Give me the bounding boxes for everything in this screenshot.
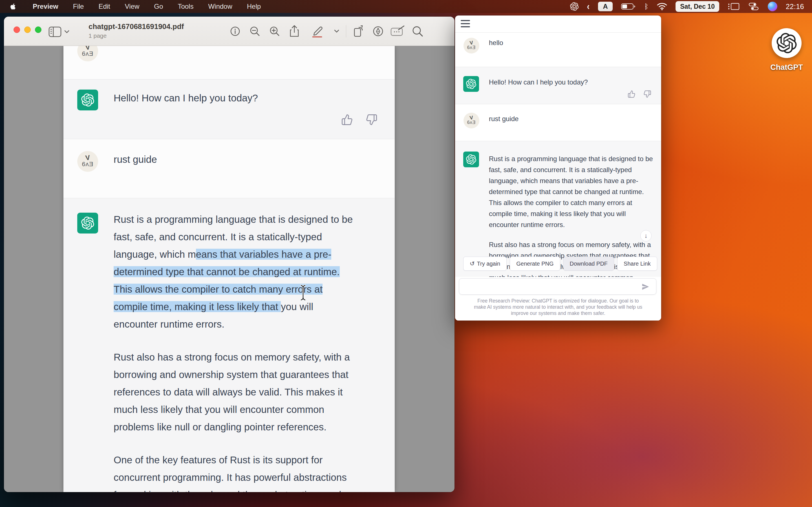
chatgpt-status-icon[interactable] xyxy=(570,2,578,11)
share-actions-row: ↺Try againGenerate PNGDownload PDFShare … xyxy=(463,257,657,271)
mini-text-line: language, which means that variables hav… xyxy=(489,175,658,186)
zoom-in-button[interactable] xyxy=(265,25,285,37)
pdf-text-line: This allows the compiler to catch many e… xyxy=(114,281,394,298)
rotate-button[interactable] xyxy=(349,25,368,38)
back-chevron-icon[interactable]: ‹ xyxy=(587,1,590,12)
pen-nib-button[interactable] xyxy=(368,25,388,37)
bluetooth-icon[interactable]: ᛒ xyxy=(644,3,649,11)
menu-item-tools[interactable]: Tools xyxy=(170,3,201,10)
button-label: Download PDF xyxy=(570,261,608,267)
hamburger-menu-icon[interactable] xyxy=(461,20,470,27)
pdf-text-line: references to data will always be valid.… xyxy=(114,383,394,401)
user-avatar: V6ʌƎ xyxy=(77,46,98,61)
selected-text: compile time, making it less likely that xyxy=(114,301,281,312)
mini-text-line: encounter runtime errors. xyxy=(489,219,658,230)
preview-toolbar: chatgpt-1670681691904.pdf 1 page xyxy=(4,17,455,46)
assistant-response-text: Rust is a programming language that is d… xyxy=(114,211,394,492)
pdf-paragraph: One of the key features of Rust is its s… xyxy=(114,451,394,492)
mini-user-hello-text: hello xyxy=(489,39,503,47)
mini-row-user-hello: V6ʌƎ hello xyxy=(455,33,661,67)
zoom-window-button[interactable] xyxy=(35,26,42,33)
pdf-row-assistant-greeting: Hello! How can I help you today? xyxy=(63,79,395,139)
text-cursor xyxy=(299,284,307,301)
menu-item-window[interactable]: Window xyxy=(201,3,239,10)
chatgpt-avatar xyxy=(77,90,98,110)
thumbs-down-icon[interactable] xyxy=(644,90,651,98)
fill-sign-button[interactable] xyxy=(388,25,408,37)
disclaimer-line: Free Research Preview: ChatGPT is optimi… xyxy=(462,298,654,304)
button-label: Share Link xyxy=(624,261,651,267)
info-button[interactable] xyxy=(225,25,245,37)
menu-item-file[interactable]: File xyxy=(66,3,91,10)
pdf-row-assistant-response: Rust is a programming language that is d… xyxy=(63,198,395,492)
search-icon[interactable] xyxy=(408,25,427,37)
pdf-text-line: encounter runtime errors. xyxy=(114,316,394,333)
menu-item-view[interactable]: View xyxy=(117,3,147,10)
battery-icon[interactable] xyxy=(621,3,636,10)
control-center-icon[interactable] xyxy=(748,3,759,10)
menu-bar: PreviewFileEditViewGoToolsWindowHelp ‹ A… xyxy=(0,0,812,13)
message-input[interactable] xyxy=(459,278,656,295)
chatgpt-avatar xyxy=(463,76,479,92)
minimize-button[interactable] xyxy=(24,26,31,33)
mini-text-line: compile time, making it less likely that… xyxy=(489,208,658,219)
chevron-down-icon xyxy=(64,30,69,34)
menu-left: PreviewFileEditViewGoToolsWindowHelp xyxy=(0,0,268,13)
pdf-text-line: language, which means that variables hav… xyxy=(114,245,394,263)
retry-icon: ↺ xyxy=(470,260,475,267)
disclaimer-line: make AI systems more natural to interact… xyxy=(462,304,654,310)
arrow-down-icon: ↓ xyxy=(645,232,648,239)
window-title-block: chatgpt-1670681691904.pdf 1 page xyxy=(89,22,184,39)
send-icon[interactable] xyxy=(641,283,650,291)
mini-assistant-response-text: Rust is a programming language that is d… xyxy=(489,153,658,292)
share-link-button[interactable]: Share Link xyxy=(617,257,657,271)
download-pdf-button[interactable]: Download PDF xyxy=(563,257,614,271)
user-prompt-text: rust guide xyxy=(114,154,157,165)
mini-user-prompt-text: rust guide xyxy=(489,115,518,123)
mini-row-assistant-greeting: Hello! How can I help you today? xyxy=(455,67,661,104)
pdf-paragraph: Rust also has a strong focus on memory s… xyxy=(114,348,394,436)
thumbs-down-icon[interactable] xyxy=(366,114,377,126)
zoom-out-button[interactable] xyxy=(245,25,265,37)
mini-assistant-greeting-text: Hello! How can I help you today? xyxy=(489,78,588,86)
highlighter-button[interactable] xyxy=(304,25,329,38)
menu-item-go[interactable]: Go xyxy=(147,3,170,10)
menu-date[interactable]: Sat, Dec 10 xyxy=(675,1,719,12)
chatgpt-icon-label: ChatGPT xyxy=(770,63,803,72)
app-menu-items: PreviewFileEditViewGoToolsWindowHelp xyxy=(26,0,268,13)
pdf-scroll-area[interactable]: V6ʌƎ Hello! How can I help you today? V6… xyxy=(4,46,455,492)
generate-png-button[interactable]: Generate PNG xyxy=(510,257,560,271)
page-count: 1 page xyxy=(89,33,184,39)
pdf-text-line: borrowing and ownership system that guar… xyxy=(114,366,394,383)
user-avatar: V6ʌƎ xyxy=(77,151,98,172)
menu-item-help[interactable]: Help xyxy=(240,3,268,10)
assistant-greeting-text: Hello! How can I help you today? xyxy=(114,93,258,104)
menu-item-edit[interactable]: Edit xyxy=(91,3,117,10)
markup-chevron-button[interactable] xyxy=(329,30,344,33)
selected-text: determined type that cannot be changed a… xyxy=(114,266,340,277)
apple-menu[interactable] xyxy=(0,3,26,10)
try-again-button[interactable]: ↺Try again xyxy=(463,257,507,271)
screen-mirror-icon[interactable] xyxy=(728,2,740,11)
keyboard-layout-badge[interactable]: A xyxy=(598,2,613,11)
desktop: { "menu_bar": { "app_menus": ["Preview",… xyxy=(0,0,812,507)
wifi-icon[interactable] xyxy=(657,3,667,10)
user-avatar: V6ʌƎ xyxy=(463,113,479,128)
chatgpt-desktop-icon[interactable]: ChatGPT xyxy=(770,28,803,72)
pdf-text-line: much less likely that you will encounter… xyxy=(114,401,394,418)
mini-disclaimer: Free Research Preview: ChatGPT is optimi… xyxy=(462,298,654,316)
share-button[interactable] xyxy=(285,25,304,38)
siri-icon[interactable] xyxy=(768,2,777,11)
thumbs-up-icon[interactable] xyxy=(627,90,636,98)
close-button[interactable] xyxy=(13,26,20,33)
pdf-text-line: fast, safe, and concurrent. It is a stat… xyxy=(114,228,394,245)
sidebar-toggle-button[interactable] xyxy=(49,25,80,38)
thumbs-up-icon[interactable] xyxy=(341,114,353,126)
pdf-row-user-hello: V6ʌƎ xyxy=(63,46,395,79)
user-avatar: V6ʌƎ xyxy=(463,38,479,54)
pdf-page: V6ʌƎ Hello! How can I help you today? V6… xyxy=(63,46,395,492)
menu-clock[interactable]: 22:16 xyxy=(786,3,804,11)
scroll-to-bottom-button[interactable]: ↓ xyxy=(640,230,652,241)
menu-item-preview[interactable]: Preview xyxy=(26,3,66,10)
pdf-text-line: concurrent programming. It has powerful … xyxy=(114,469,394,486)
